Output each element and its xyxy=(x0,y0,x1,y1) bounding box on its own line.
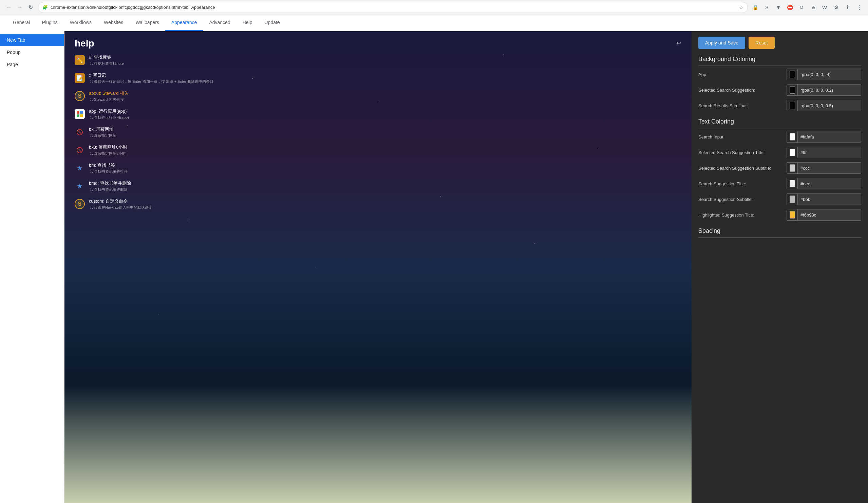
sel-title-color[interactable] xyxy=(787,147,861,158)
item-subtitle: ⇧: 查找书签记录并删除 xyxy=(89,187,681,192)
item-title: bk8: 屏蔽网址8小时 xyxy=(89,144,681,150)
return-icon: ↩ xyxy=(676,39,681,47)
stop-icon[interactable]: ⛔ xyxy=(785,3,795,12)
scrollbar-swatch[interactable] xyxy=(787,100,798,111)
list-item: ✏️ #: 查找标签 ⇧: 根据标签查找note xyxy=(71,52,685,69)
app-color-input[interactable] xyxy=(787,69,861,80)
vpn-icon[interactable]: ▼ xyxy=(774,3,783,12)
menu-icon[interactable]: ⋮ xyxy=(855,3,864,12)
suggestion-title-text[interactable] xyxy=(798,179,861,188)
preview-panel: help ↩ ✏️ #: 查找标签 ⇧: 根据标签查找note 📝 :: 写日记 xyxy=(64,31,692,503)
highlighted-title-row: Highlighted Suggestion Title: xyxy=(698,209,861,220)
selected-suggestion-text[interactable] xyxy=(798,85,861,95)
search-input-color[interactable] xyxy=(787,131,861,143)
list-item: 📝 :: 写日记 ⇧: 像聊天一样记日记，按 Enter 添加一条，按 Shif… xyxy=(71,70,685,87)
sel-subtitle-text[interactable] xyxy=(798,164,861,173)
word-icon[interactable]: W xyxy=(820,3,829,12)
apply-save-button[interactable]: Apply and Save xyxy=(698,37,745,49)
item-title: bmd: 查找书签并删除 xyxy=(89,180,681,186)
tab-update[interactable]: Update xyxy=(258,15,286,31)
highlighted-title-color[interactable] xyxy=(787,209,861,220)
sidebar-item-page[interactable]: Page xyxy=(0,58,64,71)
sel-subtitle-color[interactable] xyxy=(787,162,861,174)
highlighted-title-swatch[interactable] xyxy=(787,209,798,220)
suggestion-subtitle-text[interactable] xyxy=(798,195,861,204)
background-coloring-title: Background Coloring xyxy=(698,56,861,66)
main-layout: New Tab Popup Page help ↩ ✏️ #: 查找标签 ⇧: … xyxy=(0,31,868,503)
list-item: ★ bm: 查找书签 ⇧: 查找书签记录并打开 xyxy=(71,160,685,177)
app-color-preview xyxy=(789,71,795,78)
url-text: chrome-extension://dnkhdiodfglfckibnfcjb… xyxy=(51,5,736,10)
sidebar-item-popup[interactable]: Popup xyxy=(0,46,64,58)
tab-wallpapers[interactable]: Wallpapers xyxy=(129,15,165,31)
list-item: 🚫 bk: 屏蔽网址 ⇧: 屏蔽指定网址 xyxy=(71,124,685,141)
item-icon: 📝 xyxy=(75,73,85,83)
item-icon: ★ xyxy=(75,181,85,191)
back-button[interactable]: ← xyxy=(4,3,13,12)
extensions-icon[interactable]: 🔒 xyxy=(751,3,760,12)
suggestion-title-label: Search Suggestion Title: xyxy=(698,181,787,186)
profile-icon[interactable]: S xyxy=(762,3,772,12)
item-subtitle: ⇧: 查找并运行应用(app) xyxy=(89,115,681,120)
settings-icon[interactable]: ⚙ xyxy=(831,3,841,12)
tab-plugins[interactable]: Plugins xyxy=(36,15,64,31)
tab-workflows[interactable]: Workflows xyxy=(64,15,98,31)
monitor-icon[interactable]: 🖥 xyxy=(808,3,818,12)
browser-bar: ← → ↻ 🧩 chrome-extension://dnkhdiodfglfc… xyxy=(0,0,868,15)
reset-button[interactable]: Reset xyxy=(748,37,775,49)
tab-advanced[interactable]: Advanced xyxy=(203,15,236,31)
item-content: custom: 自定义命令 ⇧: 设置在NewTab输入框中的默认命令 xyxy=(89,198,681,210)
item-subtitle: ⇧: 查找书签记录并打开 xyxy=(89,169,681,174)
suggestion-subtitle-color[interactable] xyxy=(787,194,861,205)
item-subtitle: ⇧: 屏蔽指定网址8小时 xyxy=(89,151,681,156)
search-input-row: Search Input: xyxy=(698,131,861,143)
address-bar[interactable]: 🧩 chrome-extension://dnkhdiodfglfckibnfc… xyxy=(38,2,748,13)
suggestion-title-swatch[interactable] xyxy=(787,178,798,189)
forward-button[interactable]: → xyxy=(15,3,24,12)
tab-websites[interactable]: Websites xyxy=(98,15,129,31)
item-title: about: Steward 相关 xyxy=(89,90,681,96)
tab-general[interactable]: General xyxy=(7,15,36,31)
sel-title-text[interactable] xyxy=(798,148,861,157)
bookmark-star[interactable]: ☆ xyxy=(739,5,743,10)
svg-rect-3 xyxy=(80,114,83,117)
suggestion-subtitle-preview xyxy=(789,195,795,203)
info-icon[interactable]: ℹ xyxy=(843,3,852,12)
sel-title-swatch[interactable] xyxy=(787,147,798,158)
suggestion-title-color[interactable] xyxy=(787,178,861,189)
tab-appearance[interactable]: Appearance xyxy=(165,15,203,31)
item-content: bk: 屏蔽网址 ⇧: 屏蔽指定网址 xyxy=(89,126,681,138)
app-color-swatch[interactable] xyxy=(787,69,798,80)
scrollbar-preview xyxy=(789,102,795,109)
reload-button[interactable]: ↻ xyxy=(26,3,35,12)
selected-suggestion-swatch[interactable] xyxy=(787,84,798,95)
tab-bar: General Plugins Workflows Websites Wallp… xyxy=(0,15,868,31)
list-item: S custom: 自定义命令 ⇧: 设置在NewTab输入框中的默认命令 xyxy=(71,195,685,213)
item-title: custom: 自定义命令 xyxy=(89,198,681,204)
highlighted-title-preview xyxy=(789,211,795,218)
app-color-text[interactable] xyxy=(798,70,861,79)
tab-help[interactable]: Help xyxy=(237,15,259,31)
toolbar-icons: 🔒 S ▼ ⛔ ↺ 🖥 W ⚙ ℹ ⋮ xyxy=(751,3,864,12)
item-icon: S xyxy=(75,91,85,101)
selected-suggestion-preview xyxy=(789,86,795,94)
scrollbar-text[interactable] xyxy=(798,101,861,110)
search-input-swatch[interactable] xyxy=(787,131,798,142)
item-subtitle: ⇧: 像聊天一样记日记，按 Enter 添加一条，按 Shift + Enter… xyxy=(89,79,681,84)
svg-rect-2 xyxy=(77,114,80,117)
spacing-title: Spacing xyxy=(698,227,861,238)
sync-icon[interactable]: ↺ xyxy=(797,3,806,12)
scrollbar-label: Search Results Scrollbar: xyxy=(698,103,787,108)
scrollbar-color-input[interactable] xyxy=(787,100,861,111)
item-icon: S xyxy=(75,199,85,209)
extension-icon: 🧩 xyxy=(42,5,48,10)
search-input-text[interactable] xyxy=(798,132,861,142)
item-content: bmd: 查找书签并删除 ⇧: 查找书签记录并删除 xyxy=(89,180,681,192)
highlighted-title-text[interactable] xyxy=(798,211,861,219)
svg-rect-0 xyxy=(77,111,80,114)
selected-suggestion-color-input[interactable] xyxy=(787,84,861,96)
sel-subtitle-swatch[interactable] xyxy=(787,163,798,173)
item-title: bk: 屏蔽网址 xyxy=(89,126,681,132)
sidebar-item-new-tab[interactable]: New Tab xyxy=(0,34,64,46)
suggestion-subtitle-swatch[interactable] xyxy=(787,194,798,205)
